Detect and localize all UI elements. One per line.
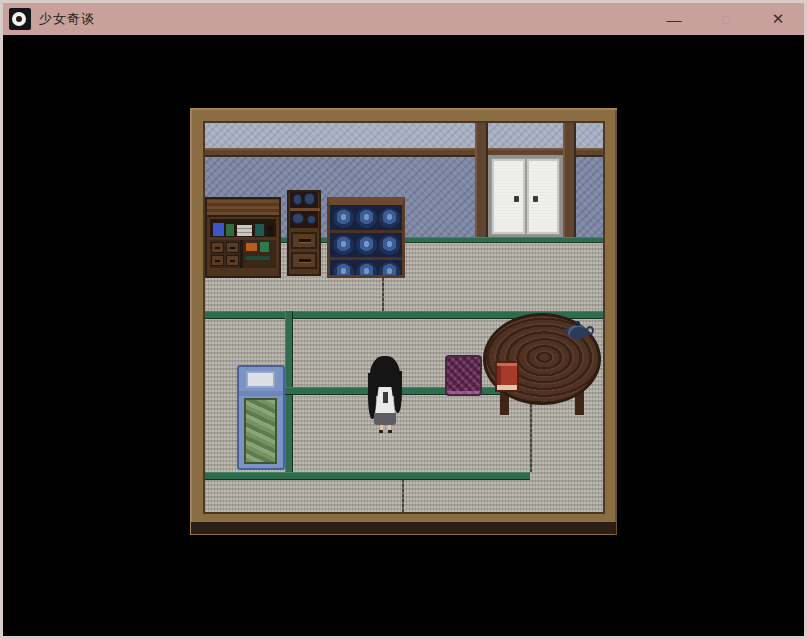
- door-panel-left: [492, 159, 525, 234]
- maximize-button[interactable]: □: [700, 3, 752, 35]
- futon-bed: [237, 365, 285, 470]
- plate-shelf-line: [330, 257, 402, 260]
- door-panel-right: [527, 159, 560, 234]
- mat-border-line: [205, 472, 530, 480]
- pillow: [246, 371, 275, 388]
- window-title: 少女奇谈: [39, 10, 95, 28]
- drawer: [291, 232, 317, 249]
- china-hutch: [290, 192, 318, 228]
- blue-plate: [379, 235, 400, 255]
- wall-beam-left-of-door: [475, 123, 488, 243]
- character-shoe: [379, 430, 383, 433]
- blue-plate: [356, 208, 377, 228]
- book-blue: [213, 223, 224, 236]
- minimize-button[interactable]: —: [648, 3, 700, 35]
- teapot-knob: [575, 321, 580, 326]
- blue-plate: [333, 235, 354, 255]
- wall-upper-band: [205, 123, 603, 148]
- sliding-door: [488, 155, 563, 238]
- small-drawer: [211, 255, 224, 266]
- teapot-body: [568, 325, 587, 339]
- blue-jar: [293, 194, 302, 205]
- blue-plate: [333, 208, 354, 228]
- bookshelf-cabinet: [205, 197, 281, 278]
- player-character: [368, 356, 402, 434]
- teapot: [565, 319, 591, 341]
- window-controls: — □ ✕: [648, 3, 804, 35]
- door-handle-icon: [533, 196, 538, 202]
- blue-teapot-small: [292, 213, 304, 224]
- green-blanket: [244, 398, 277, 464]
- character-skirt: [374, 413, 396, 425]
- blue-plate: [356, 262, 377, 278]
- plate-cabinet: [327, 197, 405, 278]
- room-frame-bottom: [191, 522, 616, 534]
- small-drawer: [226, 255, 239, 266]
- teapot-handle: [586, 326, 594, 335]
- cabinet-shelf-books: [210, 219, 276, 237]
- character-dress-detail: [383, 392, 388, 403]
- blue-plate: [356, 235, 377, 255]
- red-book: [495, 361, 519, 392]
- small-drawer: [226, 242, 239, 253]
- round-table: [483, 313, 601, 423]
- book-green: [226, 224, 234, 236]
- app-window: 少女奇谈 — □ ✕: [0, 0, 807, 639]
- green-item: [260, 242, 269, 252]
- game-room-frame: [190, 108, 617, 535]
- close-button[interactable]: ✕: [752, 3, 804, 35]
- wall-beam-right-of-door: [563, 123, 576, 243]
- blue-plate: [379, 208, 400, 228]
- character-shoe: [388, 430, 392, 433]
- blue-jar: [304, 193, 315, 205]
- bed-divider: [239, 391, 283, 396]
- china-shelf: [287, 190, 321, 276]
- shelf-item: [246, 256, 270, 260]
- app-icon-ring: [12, 12, 26, 26]
- small-drawer: [211, 242, 224, 253]
- game-client-area[interactable]: [3, 35, 804, 636]
- shelf-line: [290, 208, 320, 211]
- game-room-interior: [205, 123, 603, 512]
- book-dark: [267, 226, 273, 236]
- mat-border-line-vertical: [285, 311, 293, 479]
- app-icon: [9, 8, 31, 30]
- book-teal: [255, 224, 264, 236]
- book-stack: [237, 225, 252, 236]
- cabinet-top: [207, 199, 279, 217]
- cabinet-divider: [240, 240, 243, 268]
- blue-cup: [307, 215, 316, 224]
- titlebar[interactable]: 少女奇谈 — □ ✕: [3, 3, 804, 35]
- door-handle-icon: [514, 196, 519, 202]
- plate-shelf-line: [330, 230, 402, 233]
- tatami-seam: [402, 480, 404, 512]
- blue-plate: [379, 262, 400, 278]
- drawer: [291, 252, 317, 269]
- purple-cushion: [445, 355, 482, 396]
- blue-plate: [333, 262, 354, 278]
- orange-item: [246, 243, 257, 251]
